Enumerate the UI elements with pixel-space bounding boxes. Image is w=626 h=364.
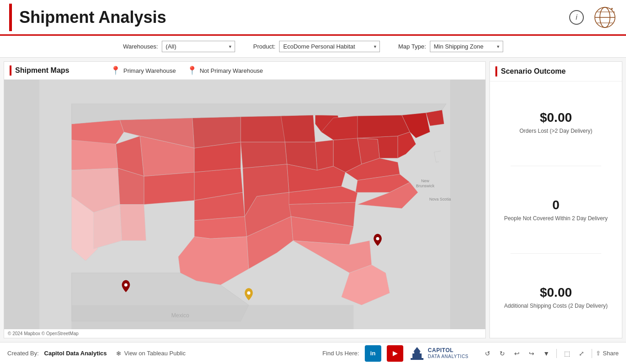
linkedin-icon: in bbox=[370, 350, 376, 357]
svg-point-16 bbox=[124, 283, 127, 287]
tableau-label: View on Tableau Public bbox=[124, 350, 186, 357]
footer-toolbar: ↺ ↻ ↩ ↪ ▼ ⬚ ⤢ ⇧ Share bbox=[481, 347, 619, 360]
footer-left: Created By: Capitol Data Analytics ❄ Vie… bbox=[7, 350, 186, 357]
svg-text:✦: ✦ bbox=[613, 11, 615, 13]
metric-shipping-value: $0.00 bbox=[504, 285, 608, 300]
app-footer: Created By: Capitol Data Analytics ❄ Vie… bbox=[0, 342, 626, 364]
map-legend: 📍 Primary Warehouse 📍 Not Primary Wareho… bbox=[110, 65, 263, 76]
metric-shipping-costs: $0.00 Additional Shipping Costs (2 Day D… bbox=[504, 278, 608, 316]
product-select-wrapper[interactable]: EcoDome Personal Habitat bbox=[279, 41, 380, 52]
forward-button[interactable]: ↪ bbox=[525, 347, 538, 360]
metric-orders-lost-label: Orders Lost (>2 Day Delivery) bbox=[519, 128, 592, 134]
svg-rect-20 bbox=[416, 350, 418, 352]
warehouse-select[interactable]: (All) bbox=[162, 41, 235, 52]
scenario-accent bbox=[495, 66, 497, 76]
back-button[interactable]: ↩ bbox=[511, 347, 523, 360]
main-content: Shipment Maps 📍 Primary Warehouse 📍 Not … bbox=[0, 58, 626, 342]
toolbar-divider bbox=[556, 349, 557, 358]
svg-text:Nova Scotia: Nova Scotia bbox=[429, 197, 451, 201]
us-map-container: New Brunswick Nova Scotia Mexico bbox=[4, 80, 485, 329]
svg-text:Mexico: Mexico bbox=[171, 312, 189, 319]
linkedin-button[interactable]: in bbox=[365, 345, 381, 362]
metric-orders-lost: $0.00 Orders Lost (>2 Day Delivery) bbox=[519, 103, 592, 141]
capitol-logo-text: CAPITOL DATA ANALYTICS bbox=[428, 347, 469, 359]
primary-warehouse-label: Primary Warehouse bbox=[123, 67, 176, 74]
app-header: Shipment Analysis i ✦ ✦ bbox=[0, 0, 626, 36]
maptype-select-wrapper[interactable]: Min Shipping Zone bbox=[430, 41, 503, 52]
find-us-label: Find Us Here: bbox=[322, 350, 359, 357]
map-title-accent bbox=[10, 65, 11, 76]
redo-button[interactable]: ↻ bbox=[496, 347, 509, 360]
warehouse-filter-group: Warehouses: (All) bbox=[123, 41, 235, 52]
map-footer: © 2024 Mapbox © OpenStreetMap bbox=[4, 329, 485, 338]
undo-button[interactable]: ↺ bbox=[481, 347, 494, 360]
header-icons: i ✦ ✦ bbox=[569, 5, 617, 29]
device-button[interactable]: ⬚ bbox=[560, 347, 573, 360]
footer-company-name: Capitol Data Analytics bbox=[44, 350, 107, 357]
maptype-select[interactable]: Min Shipping Zone bbox=[430, 41, 503, 52]
svg-rect-19 bbox=[414, 352, 420, 353]
footer-tableau-link[interactable]: ❄ View on Tableau Public bbox=[116, 350, 186, 357]
product-select[interactable]: EcoDome Personal Habitat bbox=[279, 41, 380, 52]
map-section: Shipment Maps 📍 Primary Warehouse 📍 Not … bbox=[4, 61, 486, 338]
map-svg: New Brunswick Nova Scotia Mexico bbox=[4, 80, 485, 329]
maptype-label: Map Type: bbox=[398, 43, 426, 50]
scenario-header: Scenario Outcome bbox=[490, 62, 622, 81]
filter-bar: Warehouses: (All) Product: EcoDome Perso… bbox=[0, 36, 626, 58]
svg-point-15 bbox=[247, 291, 250, 294]
secondary-warehouse-label: Not Primary Warehouse bbox=[200, 67, 263, 74]
svg-point-14 bbox=[376, 237, 379, 240]
svg-rect-18 bbox=[412, 353, 422, 358]
share-icon: ⇧ bbox=[596, 350, 601, 357]
metric-people-label: People Not Covered Within 2 Day Delivery bbox=[504, 215, 608, 222]
footer-right: Find Us Here: in ▶ CAPITOL DATA ANALYTIC… bbox=[322, 345, 619, 362]
metric-shipping-label: Additional Shipping Costs (2 Day Deliver… bbox=[504, 303, 608, 309]
svg-rect-8 bbox=[71, 305, 353, 329]
info-icon[interactable]: i bbox=[569, 10, 584, 25]
metric-orders-lost-value: $0.00 bbox=[519, 110, 592, 125]
fullscreen-button[interactable]: ⤢ bbox=[575, 347, 588, 360]
toolbar-divider-2 bbox=[592, 349, 592, 358]
page-title: Shipment Analysis bbox=[19, 8, 569, 27]
svg-rect-17 bbox=[411, 358, 423, 360]
product-label: Product: bbox=[253, 43, 275, 50]
warehouse-select-wrapper[interactable]: (All) bbox=[162, 41, 235, 52]
youtube-icon: ▶ bbox=[393, 350, 397, 357]
svg-text:Brunswick: Brunswick bbox=[416, 184, 435, 188]
metric-divider-2 bbox=[511, 253, 601, 254]
map-canvas[interactable]: New Brunswick Nova Scotia Mexico bbox=[4, 80, 485, 329]
scenario-title: Scenario Outcome bbox=[501, 67, 566, 76]
svg-text:New: New bbox=[421, 179, 429, 183]
dropdown-button[interactable]: ▼ bbox=[540, 347, 553, 360]
secondary-warehouse-icon: 📍 bbox=[187, 65, 197, 76]
tableau-snowflake-icon: ❄ bbox=[116, 350, 121, 357]
metric-people-not-covered: 0 People Not Covered Within 2 Day Delive… bbox=[504, 190, 608, 229]
share-button[interactable]: ⇧ Share bbox=[596, 350, 619, 357]
scenario-panel: Scenario Outcome $0.00 Orders Lost (>2 D… bbox=[489, 61, 622, 338]
legend-primary: 📍 Primary Warehouse bbox=[110, 65, 176, 76]
legend-secondary: 📍 Not Primary Warehouse bbox=[187, 65, 263, 76]
map-title: Shipment Maps bbox=[15, 66, 69, 75]
maptype-filter-group: Map Type: Min Shipping Zone bbox=[398, 41, 503, 52]
capitol-building-icon bbox=[409, 345, 425, 362]
globe-icon: ✦ ✦ bbox=[593, 5, 617, 29]
footer-created-by: Created By: Capitol Data Analytics bbox=[7, 350, 107, 357]
scenario-body: $0.00 Orders Lost (>2 Day Delivery) 0 Pe… bbox=[490, 81, 622, 338]
warehouse-label: Warehouses: bbox=[123, 43, 158, 50]
primary-warehouse-icon: 📍 bbox=[110, 65, 121, 76]
metric-people-value: 0 bbox=[504, 198, 608, 212]
capitol-logo: CAPITOL DATA ANALYTICS bbox=[409, 345, 469, 362]
map-header: Shipment Maps 📍 Primary Warehouse 📍 Not … bbox=[4, 62, 485, 80]
metric-divider-1 bbox=[511, 166, 601, 166]
header-accent bbox=[9, 4, 12, 31]
youtube-button[interactable]: ▶ bbox=[387, 345, 403, 362]
product-filter-group: Product: EcoDome Personal Habitat bbox=[253, 41, 380, 52]
